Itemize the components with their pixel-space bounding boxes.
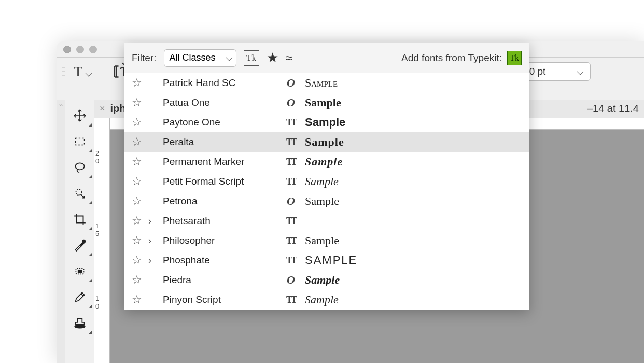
favorite-star-icon[interactable]: ☆ [132,194,142,208]
opentype-icon: O [283,96,299,109]
truetype-icon: TT [283,295,299,305]
similar-fonts-button[interactable]: ≈ [286,51,292,65]
font-sample: Sample [305,293,339,306]
font-row[interactable]: ☆›PhilosopherTTSample [124,231,529,250]
favorite-star-icon[interactable]: ☆ [132,96,142,109]
truetype-icon: TT [283,157,299,167]
panel-collapse-gutter[interactable]: ›› [57,100,65,363]
svg-rect-0 [75,138,84,145]
type-tool-indicator[interactable]: T [72,63,92,80]
favorite-star-icon[interactable]: ☆ [132,254,142,267]
font-name: Petrona [163,196,277,207]
add-typekit-fonts: Add fonts from Typekit: Tk [401,51,522,65]
font-list[interactable]: ☆Patrick Hand SCOSample☆Patua OneOSample… [124,73,529,310]
favorite-star-icon[interactable]: ☆ [132,135,142,149]
font-name: Patua One [163,97,277,108]
font-sample: Sample [305,194,339,208]
font-sample: Sample [305,96,341,109]
ruler-label: 1 [94,295,109,302]
quick-selection-tool[interactable] [65,180,94,206]
font-row[interactable]: ☆PiedraOSample [124,270,529,290]
font-row[interactable]: ☆Patrick Hand SCOSample [124,73,529,93]
favorite-star-icon[interactable]: ☆ [132,293,142,306]
font-row[interactable]: ☆›PhetsarathTT [124,211,529,231]
font-name: Peralta [163,136,277,148]
opentype-icon: O [283,76,299,90]
font-name: Piedra [163,274,277,286]
grip-handle[interactable] [62,65,65,78]
font-name: Pinyon Script [163,294,277,305]
font-sample: Sample [305,273,340,287]
filter-label: Filter: [132,52,157,64]
font-panel-header: Filter: All Classes Tk ★ ≈ Add fonts fro… [124,43,529,73]
truetype-icon: TT [283,176,299,187]
font-name: Petit Formal Script [163,176,277,187]
font-class-select[interactable]: All Classes [164,49,236,67]
truetype-icon: TT [283,137,299,148]
close-icon[interactable] [63,46,71,53]
svg-point-3 [82,240,85,243]
svg-rect-5 [78,270,81,272]
expand-arrow-icon[interactable]: › [148,235,157,246]
minimize-icon[interactable] [76,46,84,53]
crop-tool[interactable] [65,206,94,232]
move-tool[interactable] [65,103,94,129]
ruler-label: 0 [94,302,109,310]
svg-point-1 [75,163,84,170]
favorite-star-icon[interactable]: ☆ [132,175,142,188]
font-class-value: All Classes [170,52,216,63]
font-sample: Sample [305,155,343,169]
font-name: Paytone One [163,117,277,128]
pencil-tool[interactable] [65,284,94,310]
font-name: Philosopher [163,235,277,246]
favorite-star-icon[interactable]: ☆ [132,273,142,287]
truetype-icon: TT [283,216,299,227]
opentype-icon: O [283,273,299,287]
typekit-label: Add fonts from Typekit: [401,52,502,64]
opentype-icon: O [283,194,299,208]
healing-brush-tool[interactable] [65,258,94,284]
font-name: Permanent Marker [163,156,277,167]
clone-stamp-tool[interactable] [65,310,94,336]
font-row[interactable]: ☆PetronaOSample [124,191,529,211]
lasso-tool[interactable] [65,155,94,180]
ruler-label: 5 [94,230,109,238]
font-row[interactable]: ☆Paytone OneTTSample [124,113,529,132]
typekit-filter-button[interactable]: Tk [244,50,259,66]
font-row[interactable]: ☆PeraltaTTSample [124,132,529,152]
favorite-star-icon[interactable]: ☆ [132,234,142,247]
truetype-icon: TT [283,255,299,266]
ruler-label: 2 [94,149,109,157]
svg-point-6 [75,325,85,328]
font-row[interactable]: ☆Permanent MarkerTTSample [124,152,529,172]
type-icon: T [74,63,82,80]
typekit-badge-button[interactable]: Tk [507,51,522,65]
font-row[interactable]: ☆›PhosphateTTSAMPLE [124,250,529,270]
marquee-tool[interactable] [65,129,94,155]
truetype-icon: TT [283,117,299,128]
expand-arrow-icon[interactable]: › [148,216,157,227]
ruler-label: 1 [94,222,109,230]
font-sample: Sample [305,234,339,247]
font-row[interactable]: ☆Patua OneOSample [124,93,529,113]
expand-arrow-icon[interactable]: › [148,255,157,266]
font-sample: Sample [305,175,339,188]
divider [102,62,102,81]
favorites-filter-button[interactable]: ★ [267,50,278,66]
svg-point-2 [76,189,81,195]
eyedropper-tool[interactable] [65,232,94,258]
font-dropdown-panel: Filter: All Classes Tk ★ ≈ Add fonts fro… [124,43,529,310]
font-name: Phosphate [163,255,277,266]
favorite-star-icon[interactable]: ☆ [132,155,142,169]
font-sample: Sample [305,116,345,129]
maximize-icon[interactable] [89,46,97,53]
vertical-ruler[interactable]: 2 0 1 5 1 0 [94,118,110,363]
favorite-star-icon[interactable]: ☆ [132,76,142,90]
chevron-down-icon [226,52,231,63]
font-row[interactable]: ☆Petit Formal ScriptTTSample [124,172,529,191]
font-row[interactable]: ☆Pinyon ScriptTTSample [124,290,529,310]
font-sample: SAMPLE [305,254,357,267]
favorite-star-icon[interactable]: ☆ [132,116,142,129]
favorite-star-icon[interactable]: ☆ [132,214,142,228]
font-sample: Sample [305,76,338,90]
